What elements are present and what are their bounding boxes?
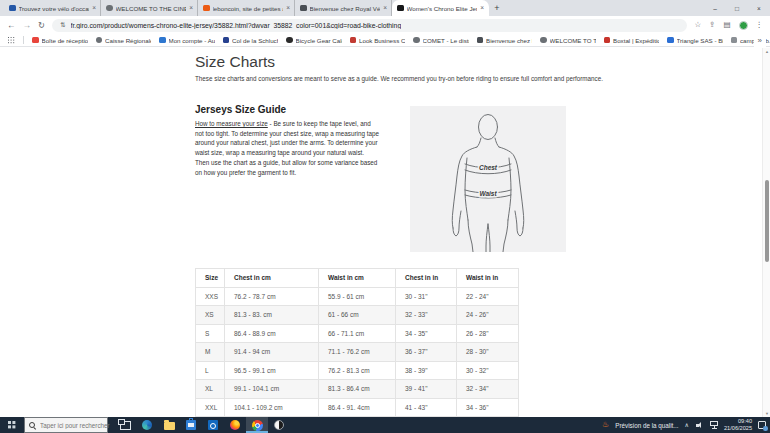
chest-in-cell: 30 - 31"	[396, 287, 457, 306]
url-text[interactable]: fr.giro.com/product/womens-chrono-elite-…	[71, 22, 402, 29]
bookmark-item[interactable]: COMET - Le distribu...	[413, 37, 469, 44]
volume-icon[interactable]	[695, 421, 704, 430]
clock-date: 21/06/2025	[724, 425, 752, 432]
page-title: Size Charts	[195, 53, 275, 71]
chest-cm-cell: 76.2 - 78.7 cm	[225, 287, 319, 306]
outlook-button[interactable]	[202, 417, 224, 433]
browser-tab[interactable]: Bienvenue chez Royal Vélo Fra ×	[295, 0, 392, 16]
file-explorer-button[interactable]	[158, 417, 180, 433]
browser-tab[interactable]: Women's Chrono Elite Jersey ×	[392, 0, 489, 16]
bookmark-favicon-icon	[350, 37, 357, 44]
store-button[interactable]	[180, 417, 202, 433]
chest-label: Chest	[479, 164, 498, 171]
table-row: XXS 76.2 - 78.7 cm 55.9 - 61 cm 30 - 31"…	[196, 287, 519, 306]
tab-close-icon[interactable]: ×	[383, 5, 387, 12]
bookmark-item[interactable]: WELCOME TO THE...	[540, 37, 596, 44]
bookmark-item[interactable]: Col de la Schlucht d...	[223, 37, 279, 44]
chest-cm-cell: 86.4 - 88.9 cm	[225, 324, 319, 343]
window-minimize-button[interactable]: –	[704, 0, 726, 16]
bookmarks-divider	[23, 36, 24, 44]
bookmark-star-icon[interactable]: ☆	[694, 21, 701, 29]
bookmark-item[interactable]: Caisse Régionale Al...	[96, 37, 152, 44]
start-button[interactable]	[0, 417, 24, 433]
bookmark-item[interactable]: Bicycle Gear Calcula...	[286, 37, 342, 44]
address-bar[interactable]: ⇅ fr.giro.com/product/womens-chrono-elit…	[52, 19, 687, 32]
tab-close-icon[interactable]: ×	[286, 5, 290, 12]
air-quality-icon[interactable]: ♨	[602, 421, 609, 429]
bookmark-label: Bicycle Gear Calcula...	[296, 37, 342, 44]
tab-close-icon[interactable]: ×	[92, 5, 96, 12]
chest-in-cell: 41 - 43"	[396, 398, 457, 417]
chest-cm-cell: 96.5 - 99.1 cm	[225, 361, 319, 380]
table-row: S 86.4 - 88.9 cm 66 - 71.1 cm 34 - 35" 2…	[196, 324, 519, 343]
tab-favicon-icon	[203, 5, 210, 12]
browser-tab[interactable]: leboncoin, site de petites annon ×	[198, 0, 295, 16]
bookmark-item[interactable]: Mon compte - Auto...	[159, 37, 215, 44]
bookmark-favicon-icon	[223, 37, 230, 44]
page-scrollbar[interactable]: ▲ ▼	[762, 48, 770, 417]
page-viewport: Size Charts These size charts and conver…	[0, 48, 770, 417]
tab-close-icon[interactable]: ×	[189, 5, 193, 12]
scrollbar-thumb[interactable]	[765, 180, 770, 262]
browser-tab[interactable]: WELCOME TO THE CINELLI B2B ×	[101, 0, 198, 16]
size-cell: M	[196, 343, 225, 362]
how-to-measure-link[interactable]: How to measure your size	[195, 120, 268, 127]
bookmarks-bar: Boîte de réception -... Caisse Régionale…	[0, 34, 770, 47]
waist-in-cell: 26 - 28"	[457, 324, 519, 343]
task-view-button[interactable]	[114, 417, 136, 433]
bookmark-item[interactable]: Triangle SAS - Bike...	[667, 37, 723, 44]
network-icon[interactable]	[710, 421, 718, 426]
windows-taskbar: ♨ Prévision de la qualit... ∧ 09:40 21/0…	[0, 417, 770, 433]
table-header-cell: Chest in in	[396, 269, 457, 288]
measure-text: - Be sure to keep the tape level, and no…	[195, 120, 379, 176]
bookmark-label: Boxtal | Expédition	[613, 37, 659, 44]
scroll-down-icon[interactable]: ▼	[763, 411, 770, 416]
tab-favicon-icon	[9, 5, 16, 12]
bookmark-item[interactable]: Boxtal | Expédition	[604, 37, 660, 44]
bookmark-favicon-icon	[96, 37, 103, 44]
firefox-icon	[230, 420, 241, 431]
taskbar-clock[interactable]: 09:40 21/06/2025	[724, 418, 752, 432]
action-center-icon[interactable]	[758, 421, 766, 429]
apps-grid-icon[interactable]	[8, 37, 15, 44]
body-outline-illustration: Chest Waist	[410, 106, 566, 252]
profile-avatar[interactable]	[739, 21, 748, 30]
bookmark-favicon-icon	[413, 37, 420, 44]
share-icon[interactable]: ⇪	[709, 21, 715, 29]
scroll-up-icon[interactable]: ▲	[763, 49, 770, 54]
firefox-button[interactable]	[224, 417, 246, 433]
bookmark-item[interactable]: Bienvenue chez Roy...	[477, 37, 533, 44]
size-cell: XL	[196, 380, 225, 399]
bookmark-item[interactable]: Boîte de réception -...	[32, 37, 88, 44]
tab-close-icon[interactable]: ×	[480, 5, 484, 12]
theme-app-button[interactable]	[268, 417, 290, 433]
bookmarks-overflow-icon[interactable]: »	[754, 34, 766, 47]
back-icon[interactable]: ←	[7, 21, 16, 30]
reload-icon[interactable]: ↻	[38, 21, 45, 30]
tray-widget-label[interactable]: Prévision de la qualit...	[615, 422, 678, 429]
chrome-button[interactable]	[246, 417, 268, 433]
edge-icon	[142, 420, 152, 430]
size-cell: XXS	[196, 287, 225, 306]
window-controls: – □ ×	[704, 0, 770, 16]
chest-in-cell: 34 - 35"	[396, 324, 457, 343]
tray-chevron-icon[interactable]: ∧	[685, 422, 689, 428]
edge-button[interactable]	[136, 417, 158, 433]
bookmark-item[interactable]: Look Business Club...	[350, 37, 406, 44]
bookmark-label: Boîte de réception -...	[42, 37, 88, 44]
waist-label: Waist	[479, 190, 497, 197]
chest-cm-cell: 99.1 - 104.1 cm	[225, 380, 319, 399]
search-input[interactable]	[40, 422, 110, 429]
menu-dots-icon[interactable]: ⋮	[756, 21, 764, 29]
taskbar-search[interactable]	[24, 417, 108, 433]
forward-icon[interactable]: →	[23, 21, 32, 30]
side-panel-icon[interactable]: ▤	[723, 21, 730, 29]
new-tab-button[interactable]: +	[489, 0, 505, 16]
window-close-button[interactable]: ×	[748, 0, 770, 16]
window-maximize-button[interactable]: □	[726, 0, 748, 16]
bookmark-favicon-icon	[159, 37, 166, 44]
tune-icon[interactable]: ⇅	[60, 21, 65, 29]
browser-tab[interactable]: Trouvez votre vélo d'occasion d ×	[4, 0, 101, 16]
table-row: XXL 104.1 - 109.2 cm 86.4 - 91. 4cm 41 -…	[196, 398, 519, 417]
measure-paragraph: How to measure your size - Be sure to ke…	[195, 119, 380, 177]
